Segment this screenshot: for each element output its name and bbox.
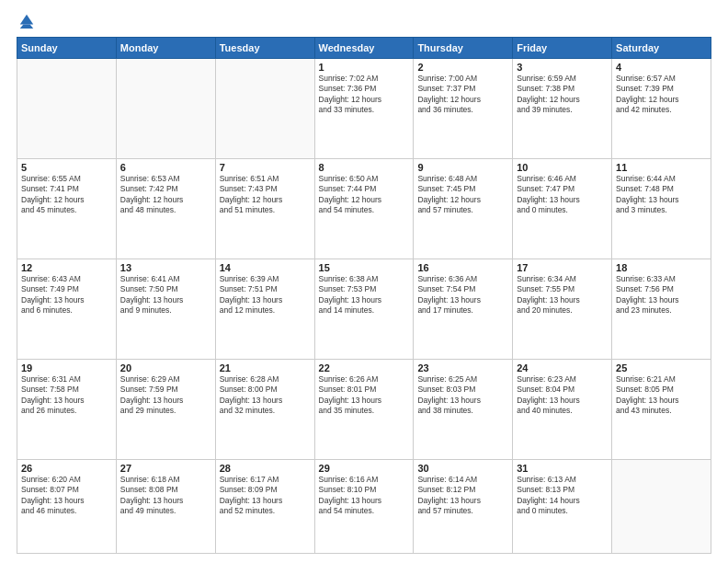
day-info: Sunrise: 6:14 AM Sunset: 8:12 PM Dayligh… bbox=[417, 475, 508, 517]
day-number: 13 bbox=[120, 262, 211, 273]
day-info: Sunrise: 6:51 AM Sunset: 7:43 PM Dayligh… bbox=[220, 174, 311, 216]
logo-icon bbox=[18, 13, 35, 29]
day-info: Sunrise: 6:20 AM Sunset: 8:07 PM Dayligh… bbox=[21, 475, 112, 517]
day-info: Sunrise: 6:36 AM Sunset: 7:54 PM Dayligh… bbox=[417, 274, 508, 316]
calendar-cell: 15Sunrise: 6:38 AM Sunset: 7:53 PM Dayli… bbox=[314, 259, 414, 359]
calendar-cell: 19Sunrise: 6:31 AM Sunset: 7:58 PM Dayli… bbox=[17, 359, 117, 459]
day-number: 1 bbox=[319, 62, 410, 73]
weekday-header-wednesday: Wednesday bbox=[314, 38, 414, 59]
day-number: 25 bbox=[616, 362, 707, 373]
calendar-cell: 22Sunrise: 6:26 AM Sunset: 8:01 PM Dayli… bbox=[314, 359, 414, 459]
day-info: Sunrise: 6:17 AM Sunset: 8:09 PM Dayligh… bbox=[220, 475, 311, 517]
calendar-week-4: 19Sunrise: 6:31 AM Sunset: 7:58 PM Dayli… bbox=[17, 359, 711, 459]
day-info: Sunrise: 6:55 AM Sunset: 7:41 PM Dayligh… bbox=[21, 174, 112, 216]
day-number: 18 bbox=[616, 262, 707, 273]
calendar-week-1: 1Sunrise: 7:02 AM Sunset: 7:36 PM Daylig… bbox=[17, 59, 711, 159]
day-info: Sunrise: 6:13 AM Sunset: 8:13 PM Dayligh… bbox=[517, 475, 608, 517]
weekday-header-monday: Monday bbox=[116, 38, 215, 59]
day-info: Sunrise: 6:16 AM Sunset: 8:10 PM Dayligh… bbox=[319, 475, 410, 517]
calendar-week-2: 5Sunrise: 6:55 AM Sunset: 7:41 PM Daylig… bbox=[17, 158, 711, 259]
calendar-cell: 27Sunrise: 6:18 AM Sunset: 8:08 PM Dayli… bbox=[116, 459, 215, 553]
calendar-cell: 6Sunrise: 6:53 AM Sunset: 7:42 PM Daylig… bbox=[116, 158, 215, 259]
weekday-header-row: SundayMondayTuesdayWednesdayThursdayFrid… bbox=[17, 38, 711, 59]
calendar-cell: 31Sunrise: 6:13 AM Sunset: 8:13 PM Dayli… bbox=[513, 459, 612, 553]
calendar-cell: 14Sunrise: 6:39 AM Sunset: 7:51 PM Dayli… bbox=[215, 259, 314, 359]
day-info: Sunrise: 7:00 AM Sunset: 7:37 PM Dayligh… bbox=[417, 74, 508, 116]
calendar-cell: 30Sunrise: 6:14 AM Sunset: 8:12 PM Dayli… bbox=[414, 459, 513, 553]
day-info: Sunrise: 6:57 AM Sunset: 7:39 PM Dayligh… bbox=[616, 74, 707, 116]
day-number: 12 bbox=[21, 262, 112, 273]
day-number: 27 bbox=[120, 463, 211, 474]
day-info: Sunrise: 6:53 AM Sunset: 7:42 PM Dayligh… bbox=[120, 174, 211, 216]
calendar-cell: 21Sunrise: 6:28 AM Sunset: 8:00 PM Dayli… bbox=[215, 359, 314, 459]
day-info: Sunrise: 6:33 AM Sunset: 7:56 PM Dayligh… bbox=[616, 274, 707, 316]
day-number: 20 bbox=[120, 362, 211, 373]
day-number: 24 bbox=[517, 362, 608, 373]
day-number: 8 bbox=[319, 162, 410, 173]
day-info: Sunrise: 6:43 AM Sunset: 7:49 PM Dayligh… bbox=[21, 274, 112, 316]
calendar-week-5: 26Sunrise: 6:20 AM Sunset: 8:07 PM Dayli… bbox=[17, 459, 711, 553]
weekday-header-friday: Friday bbox=[513, 38, 612, 59]
day-info: Sunrise: 6:18 AM Sunset: 8:08 PM Dayligh… bbox=[120, 475, 211, 517]
day-info: Sunrise: 6:41 AM Sunset: 7:50 PM Dayligh… bbox=[120, 274, 211, 316]
logo-text bbox=[17, 15, 35, 29]
day-number: 2 bbox=[417, 62, 508, 73]
calendar-week-3: 12Sunrise: 6:43 AM Sunset: 7:49 PM Dayli… bbox=[17, 259, 711, 359]
day-info: Sunrise: 6:46 AM Sunset: 7:47 PM Dayligh… bbox=[517, 174, 608, 216]
calendar-cell: 9Sunrise: 6:48 AM Sunset: 7:45 PM Daylig… bbox=[414, 158, 513, 259]
calendar-cell: 11Sunrise: 6:44 AM Sunset: 7:48 PM Dayli… bbox=[612, 158, 711, 259]
day-number: 16 bbox=[417, 262, 508, 273]
calendar-cell: 29Sunrise: 6:16 AM Sunset: 8:10 PM Dayli… bbox=[314, 459, 414, 553]
calendar-cell: 12Sunrise: 6:43 AM Sunset: 7:49 PM Dayli… bbox=[17, 259, 117, 359]
calendar-cell: 20Sunrise: 6:29 AM Sunset: 7:59 PM Dayli… bbox=[116, 359, 215, 459]
day-number: 19 bbox=[21, 362, 112, 373]
weekday-header-saturday: Saturday bbox=[612, 38, 711, 59]
weekday-header-thursday: Thursday bbox=[414, 38, 513, 59]
calendar-cell bbox=[17, 59, 117, 159]
calendar-cell: 1Sunrise: 7:02 AM Sunset: 7:36 PM Daylig… bbox=[314, 59, 414, 159]
calendar-header: SundayMondayTuesdayWednesdayThursdayFrid… bbox=[17, 38, 711, 59]
calendar-cell bbox=[612, 459, 711, 553]
day-number: 21 bbox=[220, 362, 311, 373]
day-number: 30 bbox=[417, 463, 508, 474]
calendar-cell: 13Sunrise: 6:41 AM Sunset: 7:50 PM Dayli… bbox=[116, 259, 215, 359]
day-number: 26 bbox=[21, 463, 112, 474]
logo bbox=[17, 15, 35, 29]
page: SundayMondayTuesdayWednesdayThursdayFrid… bbox=[0, 0, 728, 563]
calendar-cell: 4Sunrise: 6:57 AM Sunset: 7:39 PM Daylig… bbox=[612, 59, 711, 159]
weekday-header-tuesday: Tuesday bbox=[215, 38, 314, 59]
day-number: 6 bbox=[120, 162, 211, 173]
weekday-header-sunday: Sunday bbox=[17, 38, 117, 59]
day-info: Sunrise: 6:48 AM Sunset: 7:45 PM Dayligh… bbox=[417, 174, 508, 216]
calendar-cell: 8Sunrise: 6:50 AM Sunset: 7:44 PM Daylig… bbox=[314, 158, 414, 259]
day-info: Sunrise: 6:21 AM Sunset: 8:05 PM Dayligh… bbox=[616, 374, 707, 417]
svg-marker-1 bbox=[20, 25, 33, 29]
calendar-cell: 2Sunrise: 7:00 AM Sunset: 7:37 PM Daylig… bbox=[414, 59, 513, 159]
calendar-cell bbox=[116, 59, 215, 159]
calendar-cell: 7Sunrise: 6:51 AM Sunset: 7:43 PM Daylig… bbox=[215, 158, 314, 259]
calendar-cell: 5Sunrise: 6:55 AM Sunset: 7:41 PM Daylig… bbox=[17, 158, 117, 259]
calendar-cell: 25Sunrise: 6:21 AM Sunset: 8:05 PM Dayli… bbox=[612, 359, 711, 459]
day-info: Sunrise: 6:39 AM Sunset: 7:51 PM Dayligh… bbox=[220, 274, 311, 316]
calendar-cell: 10Sunrise: 6:46 AM Sunset: 7:47 PM Dayli… bbox=[513, 158, 612, 259]
day-info: Sunrise: 6:50 AM Sunset: 7:44 PM Dayligh… bbox=[319, 174, 410, 216]
calendar-cell: 24Sunrise: 6:23 AM Sunset: 8:04 PM Dayli… bbox=[513, 359, 612, 459]
day-info: Sunrise: 6:38 AM Sunset: 7:53 PM Dayligh… bbox=[319, 274, 410, 316]
day-number: 10 bbox=[517, 162, 608, 173]
calendar-cell: 26Sunrise: 6:20 AM Sunset: 8:07 PM Dayli… bbox=[17, 459, 117, 553]
calendar-cell: 18Sunrise: 6:33 AM Sunset: 7:56 PM Dayli… bbox=[612, 259, 711, 359]
day-info: Sunrise: 6:25 AM Sunset: 8:03 PM Dayligh… bbox=[417, 374, 508, 417]
calendar-cell: 16Sunrise: 6:36 AM Sunset: 7:54 PM Dayli… bbox=[414, 259, 513, 359]
day-info: Sunrise: 7:02 AM Sunset: 7:36 PM Dayligh… bbox=[319, 74, 410, 116]
day-number: 5 bbox=[21, 162, 112, 173]
svg-marker-0 bbox=[20, 15, 33, 25]
day-number: 15 bbox=[319, 262, 410, 273]
day-number: 29 bbox=[319, 463, 410, 474]
day-info: Sunrise: 6:26 AM Sunset: 8:01 PM Dayligh… bbox=[319, 374, 410, 417]
day-info: Sunrise: 6:31 AM Sunset: 7:58 PM Dayligh… bbox=[21, 374, 112, 417]
day-info: Sunrise: 6:44 AM Sunset: 7:48 PM Dayligh… bbox=[616, 174, 707, 216]
day-number: 22 bbox=[319, 362, 410, 373]
calendar-cell: 17Sunrise: 6:34 AM Sunset: 7:55 PM Dayli… bbox=[513, 259, 612, 359]
day-number: 7 bbox=[220, 162, 311, 173]
day-info: Sunrise: 6:23 AM Sunset: 8:04 PM Dayligh… bbox=[517, 374, 608, 417]
